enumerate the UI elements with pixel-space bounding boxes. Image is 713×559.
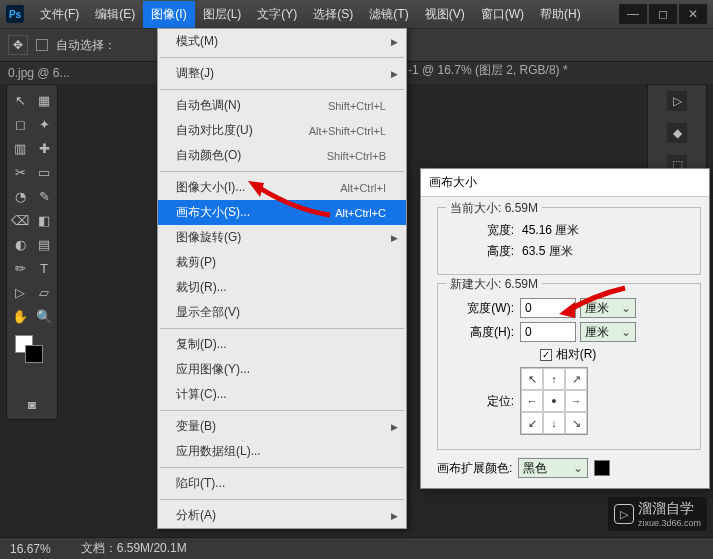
- anchor-label: 定位:: [446, 393, 514, 410]
- current-height-value: 63.5 厘米: [522, 243, 573, 260]
- extension-color-swatch[interactable]: [594, 460, 610, 476]
- menu-view[interactable]: 视图(V): [417, 1, 473, 28]
- menu-window[interactable]: 窗口(W): [473, 1, 532, 28]
- new-size-value: 6.59M: [505, 277, 538, 291]
- tool-eraser[interactable]: ⌫: [9, 209, 31, 231]
- tool-hand[interactable]: ✋: [9, 305, 31, 327]
- current-height-label: 高度:: [446, 243, 514, 260]
- tab-left[interactable]: 0.jpg @ 6...: [8, 66, 70, 80]
- relative-checkbox[interactable]: [540, 349, 552, 361]
- height-unit-select[interactable]: 厘米: [580, 322, 636, 342]
- tool-pen[interactable]: ✏: [9, 257, 31, 279]
- panel-color-icon[interactable]: ◆: [667, 123, 687, 143]
- panel-play-icon[interactable]: ▷: [667, 91, 687, 111]
- menu-help[interactable]: 帮助(H): [532, 1, 589, 28]
- menu-item[interactable]: 复制(D)...: [158, 332, 406, 357]
- current-size-legend: 当前大小:: [450, 201, 501, 215]
- tool-wand[interactable]: ✦: [33, 113, 55, 135]
- svg-marker-0: [248, 181, 264, 197]
- menu-layer[interactable]: 图层(L): [195, 1, 250, 28]
- tab-right[interactable]: -1 @ 16.7% (图层 2, RGB/8) *: [408, 62, 568, 79]
- watermark-url: zixue.3d66.com: [638, 518, 701, 528]
- move-tool-icon[interactable]: ✥: [8, 35, 28, 55]
- menu-item[interactable]: 裁剪(P): [158, 250, 406, 275]
- status-doc: 文档：6.59M/20.1M: [81, 540, 187, 557]
- new-width-label: 宽度(W):: [446, 300, 514, 317]
- current-size-value: 6.59M: [505, 201, 538, 215]
- menu-filter[interactable]: 滤镜(T): [361, 1, 416, 28]
- annotation-arrow-left: [240, 175, 340, 225]
- menu-item[interactable]: 计算(C)...: [158, 382, 406, 407]
- new-size-legend: 新建大小:: [450, 277, 501, 291]
- menu-item[interactable]: 自动色调(N)Shift+Ctrl+L: [158, 93, 406, 118]
- watermark-name: 溜溜自学: [638, 500, 701, 518]
- status-zoom[interactable]: 16.67%: [10, 542, 51, 556]
- menu-item[interactable]: 显示全部(V): [158, 300, 406, 325]
- tool-path[interactable]: ▷: [9, 281, 31, 303]
- menu-item[interactable]: 应用数据组(L)...: [158, 439, 406, 464]
- image-menu-dropdown: 模式(M)调整(J)自动色调(N)Shift+Ctrl+L自动对比度(U)Alt…: [157, 28, 407, 529]
- tool-shape[interactable]: ▱: [33, 281, 55, 303]
- menu-item[interactable]: 自动颜色(O)Shift+Ctrl+B: [158, 143, 406, 168]
- svg-marker-1: [559, 302, 575, 318]
- extension-color-select[interactable]: 黑色: [518, 458, 588, 478]
- tool-type[interactable]: T: [33, 257, 55, 279]
- tool-artboard[interactable]: ▦: [33, 89, 55, 111]
- tool-crop[interactable]: ▥: [9, 137, 31, 159]
- toolbox: ↖▦ ◻✦ ▥✚ ✂▭ ◔✎ ⌫◧ ◐▤ ✏T ▷▱ ✋🔍 ◙: [6, 84, 58, 420]
- tool-gradient[interactable]: ◧: [33, 209, 55, 231]
- menu-select[interactable]: 选择(S): [305, 1, 361, 28]
- min-button[interactable]: —: [619, 4, 647, 24]
- menu-item[interactable]: 图像旋转(G): [158, 225, 406, 250]
- menu-item[interactable]: 应用图像(Y)...: [158, 357, 406, 382]
- new-height-input[interactable]: [520, 322, 576, 342]
- tool-brush[interactable]: ▭: [33, 161, 55, 183]
- tool-zoom[interactable]: 🔍: [33, 305, 55, 327]
- current-width-value: 45.16 厘米: [522, 222, 579, 239]
- menu-item[interactable]: 变量(B): [158, 414, 406, 439]
- tool-eyedrop[interactable]: ✚: [33, 137, 55, 159]
- menu-item[interactable]: 陷印(T)...: [158, 471, 406, 496]
- tool-move[interactable]: ↖: [9, 89, 31, 111]
- tool-heal[interactable]: ✂: [9, 161, 31, 183]
- quickmask-toggle[interactable]: ◙: [21, 393, 43, 415]
- relative-label: 相对(R): [556, 346, 597, 363]
- annotation-arrow-right: [555, 280, 635, 320]
- auto-select-label: 自动选择：: [56, 37, 116, 54]
- tool-history[interactable]: ✎: [33, 185, 55, 207]
- menu-item[interactable]: 模式(M): [158, 29, 406, 54]
- watermark: ▷ 溜溜自学 zixue.3d66.com: [608, 497, 707, 531]
- menu-item[interactable]: 裁切(R)...: [158, 275, 406, 300]
- new-height-label: 高度(H):: [446, 324, 514, 341]
- menu-type[interactable]: 文字(Y): [249, 1, 305, 28]
- menu-item[interactable]: 自动对比度(U)Alt+Shift+Ctrl+L: [158, 118, 406, 143]
- auto-select-checkbox[interactable]: [36, 39, 48, 51]
- tool-stamp[interactable]: ◔: [9, 185, 31, 207]
- menu-image[interactable]: 图像(I): [143, 1, 194, 28]
- anchor-grid[interactable]: ↖↑↗ ←•→ ↙↓↘: [520, 367, 588, 435]
- canvas-size-dialog: 画布大小 当前大小: 6.59M 宽度:45.16 厘米 高度:63.5 厘米 …: [420, 168, 710, 489]
- watermark-icon: ▷: [614, 504, 634, 524]
- tool-blur[interactable]: ◐: [9, 233, 31, 255]
- menu-edit[interactable]: 编辑(E): [87, 1, 143, 28]
- menu-item[interactable]: 调整(J): [158, 61, 406, 86]
- tool-marquee[interactable]: ◻: [9, 113, 31, 135]
- dialog-title: 画布大小: [421, 169, 709, 197]
- tool-dodge[interactable]: ▤: [33, 233, 55, 255]
- app-logo: Ps: [6, 5, 24, 23]
- menu-item[interactable]: 分析(A): [158, 503, 406, 528]
- menu-file[interactable]: 文件(F): [32, 1, 87, 28]
- max-button[interactable]: ◻: [649, 4, 677, 24]
- extension-color-label: 画布扩展颜色:: [437, 460, 512, 477]
- menubar: 文件(F) 编辑(E) 图像(I) 图层(L) 文字(Y) 选择(S) 滤镜(T…: [32, 1, 589, 28]
- current-width-label: 宽度:: [446, 222, 514, 239]
- background-swatch[interactable]: [25, 345, 43, 363]
- close-button[interactable]: ✕: [679, 4, 707, 24]
